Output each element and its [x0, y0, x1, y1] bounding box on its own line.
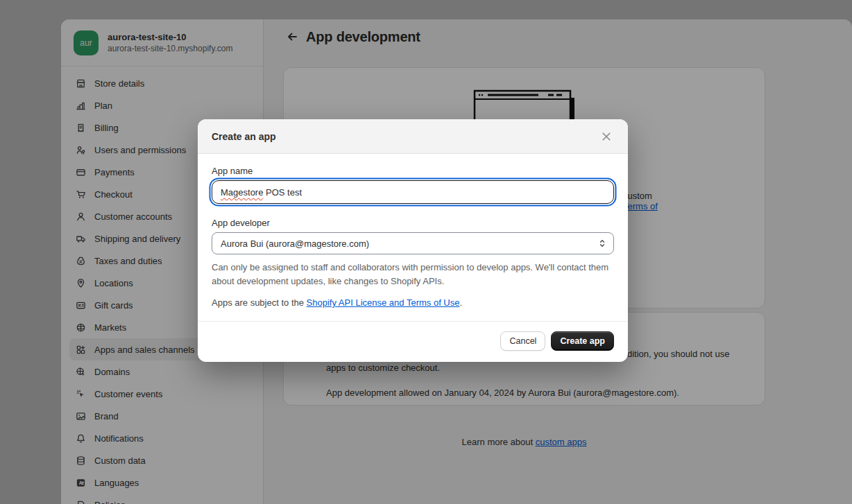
- app-name-value-misspelled: Magestore: [221, 187, 263, 198]
- app-developer-select[interactable]: Aurora Bui (aurora@magestore.com): [212, 232, 614, 254]
- app-name-input[interactable]: Magestore POS test: [212, 180, 614, 204]
- create-app-modal: Create an app App name Magestore POS tes…: [198, 119, 628, 362]
- shopify-api-license-link[interactable]: Shopify API License and Terms of Use: [307, 297, 460, 308]
- create-app-button[interactable]: Create app: [551, 331, 614, 351]
- app-developer-label: App developer: [212, 218, 614, 228]
- app-developer-value: Aurora Bui (aurora@magestore.com): [221, 238, 369, 249]
- developer-helper-text: Can only be assigned to staff and collab…: [212, 261, 614, 288]
- modal-body: App name Magestore POS test App develope…: [198, 154, 628, 321]
- close-icon: [602, 132, 611, 141]
- modal-header: Create an app: [198, 119, 628, 154]
- app-name-value-rest: POS test: [263, 187, 302, 198]
- cancel-button[interactable]: Cancel: [500, 331, 545, 351]
- terms-line: Apps are subject to the Shopify API Lice…: [212, 297, 614, 308]
- modal-title: Create an app: [212, 131, 276, 142]
- terms-suffix: .: [459, 297, 462, 308]
- app-name-label: App name: [212, 166, 614, 176]
- screen: aur aurora-test-site-10 aurora-test-site…: [0, 0, 852, 504]
- terms-prefix: Apps are subject to the: [212, 297, 307, 308]
- close-button[interactable]: [599, 129, 614, 144]
- updown-chevron-icon: [598, 238, 606, 248]
- modal-footer: Cancel Create app: [198, 321, 628, 362]
